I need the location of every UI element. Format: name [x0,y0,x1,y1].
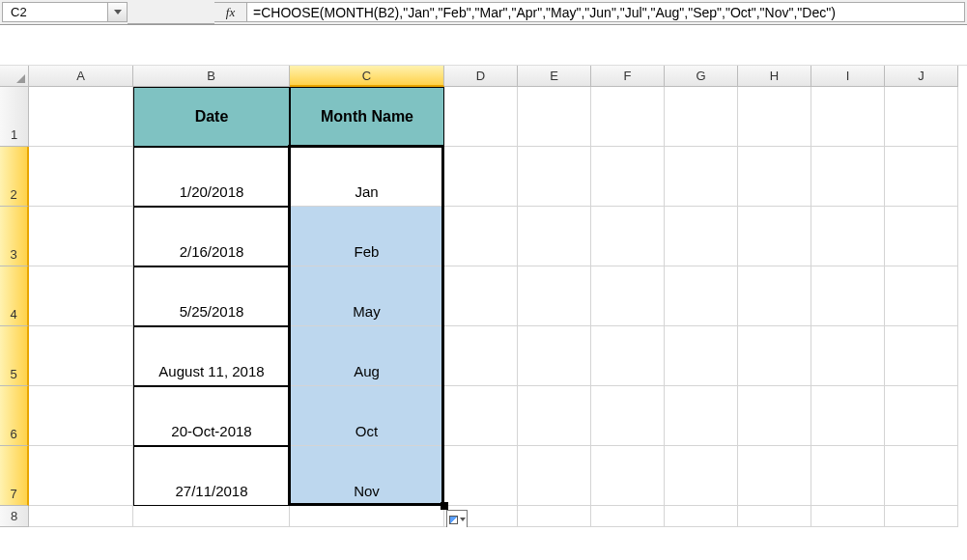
cell-F7[interactable] [591,446,665,506]
cell-A2[interactable] [29,147,133,207]
row-header-1[interactable]: 1 [0,87,29,147]
cell-H8[interactable] [738,506,811,527]
col-header-C[interactable]: C [290,66,444,87]
cell-F2[interactable] [591,147,665,207]
col-header-D[interactable]: D [444,66,518,87]
cell-A5[interactable] [29,326,133,386]
cell-G6[interactable] [665,386,738,446]
fx-button[interactable]: fx [214,2,247,22]
cell-G5[interactable] [665,326,738,386]
cell-E4[interactable] [518,266,591,326]
cell-A6[interactable] [29,386,133,446]
formula-input[interactable]: =CHOOSE(MONTH(B2),"Jan","Feb","Mar","Apr… [247,2,965,22]
cell-C1[interactable]: Month Name [290,87,444,147]
cell-B2[interactable]: 1/20/2018 [133,147,290,207]
cell-I7[interactable] [811,446,885,506]
row-header-4[interactable]: 4 [0,266,29,326]
name-box-dropdown[interactable] [108,2,128,22]
cell-H4[interactable] [738,266,811,326]
cell-F3[interactable] [591,207,665,266]
cell-F8[interactable] [591,506,665,527]
cell-H6[interactable] [738,386,811,446]
cell-G4[interactable] [665,266,738,326]
cell-J8[interactable] [885,506,958,527]
cell-F5[interactable] [591,326,665,386]
cell-E6[interactable] [518,386,591,446]
cell-E1[interactable] [518,87,591,147]
cell-H3[interactable] [738,207,811,266]
cell-H1[interactable] [738,87,811,147]
cell-J5[interactable] [885,326,958,386]
cell-H5[interactable] [738,326,811,386]
cell-D5[interactable] [444,326,518,386]
cell-D4[interactable] [444,266,518,326]
select-all-corner[interactable] [0,66,29,87]
cell-E8[interactable] [518,506,591,527]
cell-E5[interactable] [518,326,591,386]
cell-J7[interactable] [885,446,958,506]
cell-C2[interactable]: Jan [290,147,444,207]
autofill-options-button[interactable] [446,510,468,527]
cell-C4[interactable]: May [290,266,444,326]
cell-J2[interactable] [885,147,958,207]
col-header-G[interactable]: G [665,66,738,87]
cell-C7[interactable]: Nov [290,446,444,506]
cell-C8[interactable] [290,506,444,527]
cell-J4[interactable] [885,266,958,326]
cell-F6[interactable] [591,386,665,446]
cell-G8[interactable] [665,506,738,527]
cell-I1[interactable] [811,87,885,147]
cell-A8[interactable] [29,506,133,527]
cell-E3[interactable] [518,207,591,266]
cell-G2[interactable] [665,147,738,207]
row-header-2[interactable]: 2 [0,147,29,207]
cell-I3[interactable] [811,207,885,266]
cell-A4[interactable] [29,266,133,326]
cell-J6[interactable] [885,386,958,446]
row-header-3[interactable]: 3 [0,207,29,266]
col-header-A[interactable]: A [29,66,133,87]
cell-I6[interactable] [811,386,885,446]
cell-H7[interactable] [738,446,811,506]
cell-B3[interactable]: 2/16/2018 [133,207,290,266]
col-header-E[interactable]: E [518,66,591,87]
cell-C5[interactable]: Aug [290,326,444,386]
cell-D1[interactable] [444,87,518,147]
cell-D6[interactable] [444,386,518,446]
cell-I8[interactable] [811,506,885,527]
row-header-6[interactable]: 6 [0,386,29,446]
cell-B7[interactable]: 27/11/2018 [133,446,290,506]
fill-handle[interactable] [441,502,448,510]
row-header-7[interactable]: 7 [0,446,29,506]
cell-B8[interactable] [133,506,290,527]
col-header-J[interactable]: J [885,66,958,87]
row-header-8[interactable]: 8 [0,506,29,527]
cell-I5[interactable] [811,326,885,386]
cell-A1[interactable] [29,87,133,147]
cell-C3[interactable]: Feb [290,207,444,266]
cell-E7[interactable] [518,446,591,506]
col-header-B[interactable]: B [133,66,290,87]
cell-H2[interactable] [738,147,811,207]
cell-F1[interactable] [591,87,665,147]
cell-B4[interactable]: 5/25/2018 [133,266,290,326]
name-box[interactable]: C2 [2,2,108,22]
col-header-H[interactable]: H [738,66,811,87]
cell-F4[interactable] [591,266,665,326]
cell-I4[interactable] [811,266,885,326]
cell-D7[interactable] [444,446,518,506]
cell-B1[interactable]: Date [133,87,290,147]
col-header-F[interactable]: F [591,66,665,87]
cell-G1[interactable] [665,87,738,147]
cell-C6[interactable]: Oct [290,386,444,446]
cell-D3[interactable] [444,207,518,266]
cell-B5[interactable]: August 11, 2018 [133,326,290,386]
col-header-I[interactable]: I [811,66,885,87]
cell-G7[interactable] [665,446,738,506]
cell-B6[interactable]: 20-Oct-2018 [133,386,290,446]
cell-I2[interactable] [811,147,885,207]
cell-E2[interactable] [518,147,591,207]
cell-G3[interactable] [665,207,738,266]
cell-J1[interactable] [885,87,958,147]
cell-D2[interactable] [444,147,518,207]
